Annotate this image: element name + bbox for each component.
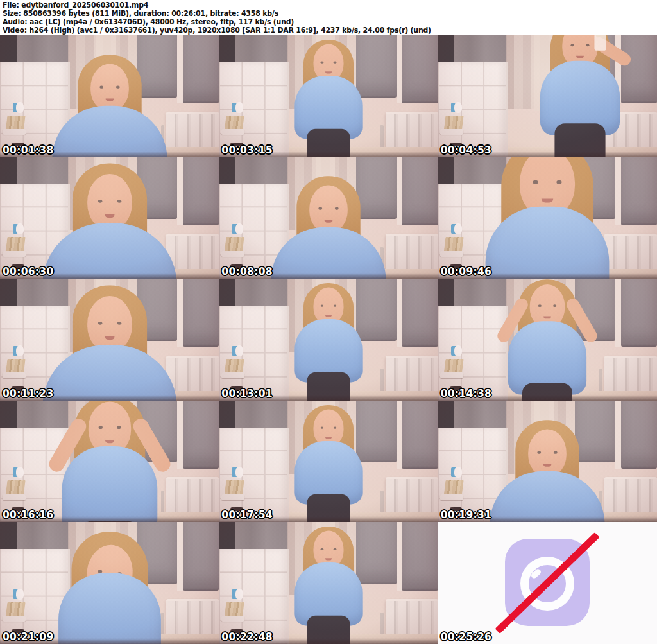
timestamp-label: 00:16:16 <box>3 509 54 521</box>
radiator <box>386 477 438 516</box>
timestamp-label: 00:14:38 <box>441 388 492 399</box>
eye <box>98 426 102 429</box>
face <box>90 64 129 111</box>
white-device <box>221 372 244 378</box>
person-figure <box>28 522 191 644</box>
radiator <box>386 112 438 150</box>
blue-shirt <box>62 446 157 523</box>
eye <box>117 200 121 203</box>
person-figure <box>260 168 397 279</box>
person-figure <box>275 406 382 523</box>
video-thumbnail: 00:01:38 <box>0 35 219 157</box>
mouth <box>325 437 332 439</box>
webcam-scene <box>0 401 219 523</box>
dark-picture <box>0 279 17 307</box>
webcam-scene <box>0 35 219 157</box>
eye <box>554 451 558 453</box>
dark-picture <box>438 279 455 307</box>
camera-off-icon <box>496 532 599 634</box>
mouth <box>105 215 114 218</box>
blue-shirt <box>42 223 176 279</box>
dark-picture <box>438 35 455 64</box>
video-thumbnail: 00:09:46 <box>438 157 657 279</box>
timestamp-label: 00:11:23 <box>3 388 54 399</box>
window-frame <box>397 279 402 347</box>
cat-figurine <box>16 589 24 600</box>
video-thumbnail: 00:25:26 <box>438 522 657 644</box>
cat-figurine <box>235 102 243 113</box>
no-video-placeholder <box>438 522 657 644</box>
dark-picture <box>438 401 455 429</box>
timestamp-label: 00:22:48 <box>221 631 273 643</box>
cat-figurine <box>16 223 24 234</box>
blue-shirt <box>42 345 176 400</box>
eye <box>117 322 121 325</box>
dark-picture <box>0 157 17 186</box>
person-figure <box>275 284 382 401</box>
cat-figurine <box>454 467 462 478</box>
webcam-scene <box>0 157 219 279</box>
timestamp-label: 00:17:54 <box>221 509 273 521</box>
white-device <box>221 129 244 135</box>
mouth <box>576 56 584 58</box>
dark-picture <box>219 157 235 186</box>
window-frame <box>397 157 402 225</box>
person-figure <box>485 281 610 401</box>
dark-picture <box>219 401 235 429</box>
eye <box>538 304 542 307</box>
mouth <box>325 220 333 223</box>
timestamp-label: 00:19:31 <box>441 509 492 521</box>
timestamp-label: 00:13:01 <box>221 388 273 399</box>
webcam-scene <box>438 157 657 279</box>
window-frame <box>615 279 621 347</box>
blue-shirt <box>490 471 605 522</box>
blue-shirt <box>52 106 167 157</box>
cat-figurine <box>235 223 243 234</box>
mouth <box>325 71 332 73</box>
window-blind <box>402 401 438 469</box>
eye <box>557 180 562 184</box>
eye <box>321 61 323 63</box>
dark-picture <box>0 401 17 429</box>
webcam-scene <box>0 522 219 644</box>
eye <box>334 304 336 306</box>
eye <box>533 180 538 184</box>
white-device <box>221 494 244 500</box>
person-figure <box>33 401 185 523</box>
person-figure <box>30 279 189 401</box>
mouth <box>105 98 114 101</box>
face <box>87 296 132 351</box>
eye <box>117 426 121 429</box>
dark-picture <box>0 522 17 550</box>
eye <box>334 548 336 550</box>
webcam-scene <box>219 401 438 523</box>
webcam-scene <box>0 279 219 401</box>
video-thumbnail: 00:08:08 <box>219 157 438 279</box>
window-frame <box>397 401 402 469</box>
timestamp-label: 00:08:08 <box>221 266 273 277</box>
person-figure <box>41 46 178 157</box>
white-device <box>3 616 26 622</box>
video-thumbnail: 00:17:54 <box>219 401 438 523</box>
eye <box>98 200 102 203</box>
water-glass <box>595 35 606 51</box>
white-device <box>3 494 26 500</box>
video-thumbnail: 00:06:30 <box>0 157 219 279</box>
mouth <box>325 315 332 317</box>
timestamp-label: 00:25:26 <box>441 631 492 643</box>
eye <box>571 44 574 46</box>
eye <box>553 304 556 307</box>
dark-picture <box>219 279 235 307</box>
video-thumbnail: 00:16:16 <box>0 401 219 523</box>
timestamp-label: 00:09:46 <box>441 266 492 277</box>
person-figure <box>275 40 382 157</box>
white-device <box>440 372 463 378</box>
eye <box>586 44 590 46</box>
window-blind <box>402 157 438 225</box>
white-device <box>3 372 26 378</box>
eye <box>334 426 336 428</box>
mouth <box>325 558 332 560</box>
eye <box>335 207 339 210</box>
dark-picture <box>219 522 235 550</box>
timestamp-label: 00:03:15 <box>221 144 273 156</box>
